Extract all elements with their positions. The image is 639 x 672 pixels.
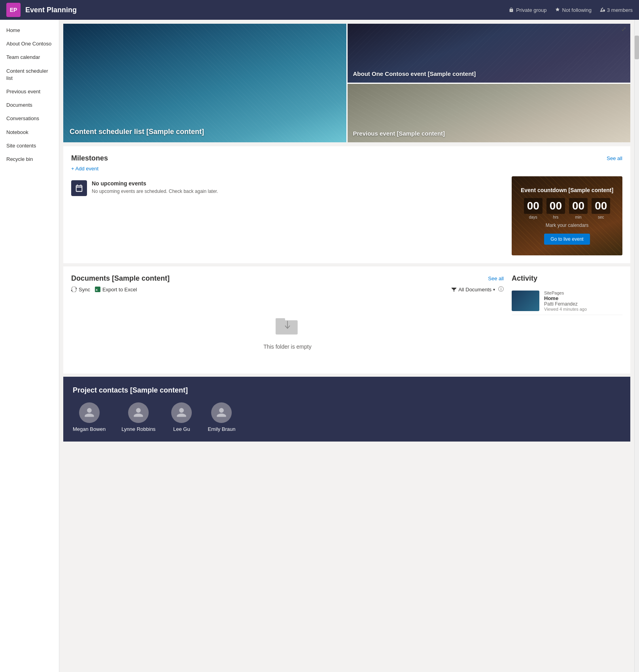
sidebar-item-documents[interactable]: Documents xyxy=(0,98,59,112)
sidebar-item-notebook[interactable]: Notebook xyxy=(0,126,59,139)
filter-icon xyxy=(451,287,457,292)
contact-megan[interactable]: Megan Bowen xyxy=(73,402,106,432)
all-docs-dropdown[interactable]: All Documents ▾ xyxy=(451,287,495,293)
milestones-layout: No upcoming events No upcoming events ar… xyxy=(71,176,622,255)
sidebar-item-site-contents[interactable]: Site contents xyxy=(0,139,59,153)
sidebar-item-previous-event[interactable]: Previous event xyxy=(0,85,59,98)
svg-rect-3 xyxy=(276,318,285,322)
milestones-see-all[interactable]: See all xyxy=(607,155,622,161)
contact-emily[interactable]: Emily Braun xyxy=(208,402,235,432)
contact-avatar-megan xyxy=(79,402,100,423)
documents-section: Documents [Sample content] See all Sync xyxy=(63,266,630,374)
sidebar-item-about[interactable]: About One Contoso xyxy=(0,37,59,51)
go-live-button[interactable]: Go to live event xyxy=(544,234,590,245)
add-event-button[interactable]: + Add event xyxy=(71,166,622,172)
hero-bottom-right[interactable]: Previous event [Sample content] xyxy=(348,84,631,143)
contact-name-emily: Emily Braun xyxy=(208,426,235,432)
milestones-section: Milestones See all + Add event No upcomi… xyxy=(63,146,630,263)
no-events-text: No upcoming events No upcoming events ar… xyxy=(92,180,218,195)
contact-lynne[interactable]: Lynne Robbins xyxy=(121,402,155,432)
footer-title: Project contacts [Sample content] xyxy=(73,386,621,395)
contact-name-lee: Lee Gu xyxy=(173,426,190,432)
app-title: Event Planning xyxy=(25,6,509,14)
svg-text:X: X xyxy=(96,288,98,292)
person-icon xyxy=(133,407,144,418)
hero-top-right[interactable]: About One Contoso event [Sample content] xyxy=(348,24,631,83)
contact-name-megan: Megan Bowen xyxy=(73,426,106,432)
footer-section: Project contacts [Sample content] Megan … xyxy=(63,377,630,442)
documents-panel: Documents [Sample content] See all Sync xyxy=(71,274,504,366)
countdown-numbers: 00 days 00 hrs 00 min xyxy=(521,198,613,219)
excel-icon: X xyxy=(95,287,100,292)
app-logo: EP xyxy=(6,3,21,17)
scrollbar-track[interactable] xyxy=(634,20,639,672)
documents-activity-layout: Documents [Sample content] See all Sync xyxy=(71,274,622,366)
hero-left-caption: Content scheduler list [Sample content] xyxy=(70,128,204,136)
event-countdown-card: Event countdown [Sample content] 00 days… xyxy=(512,176,622,255)
activity-time: Viewed 4 minutes ago xyxy=(544,307,622,311)
countdown-min: 00 min xyxy=(569,198,588,219)
contacts-grid: Megan Bowen Lynne Robbins Lee Gu xyxy=(73,402,621,432)
activity-item[interactable]: SitePages Home Patti Fernandez Viewed 4 … xyxy=(512,287,622,315)
contact-lee[interactable]: Lee Gu xyxy=(171,402,192,432)
documents-header: Documents [Sample content] See all xyxy=(71,274,504,283)
sidebar-item-content-scheduler[interactable]: Content scheduler list xyxy=(0,64,59,85)
members-label[interactable]: 3 members xyxy=(599,7,633,13)
header-meta: Private group Not following 3 members xyxy=(509,7,633,13)
chevron-icon: ▾ xyxy=(493,287,495,292)
sidebar-item-recycle-bin[interactable]: Recycle bin xyxy=(0,153,59,166)
sync-button[interactable]: Sync xyxy=(71,287,90,293)
app-header: EP Event Planning Private group Not foll… xyxy=(0,0,639,20)
documents-title: Documents [Sample content] xyxy=(71,274,170,283)
documents-see-all[interactable]: See all xyxy=(488,276,504,281)
people-icon xyxy=(599,7,605,13)
countdown-title: Event countdown [Sample content] xyxy=(521,187,613,193)
hero-top-right-inner: About One Contoso event [Sample content] xyxy=(348,24,631,83)
sidebar-item-conversations[interactable]: Conversations xyxy=(0,112,59,125)
docs-toolbar: Sync X Export to Excel xyxy=(71,286,504,293)
milestones-header: Milestones See all xyxy=(71,154,622,162)
activity-user: Patti Fernandez xyxy=(544,301,622,307)
activity-path: SitePages xyxy=(544,291,622,295)
lock-icon xyxy=(509,7,514,13)
private-group-label: Private group xyxy=(509,7,546,13)
empty-folder-icon xyxy=(274,313,301,337)
countdown-hrs: 00 hrs xyxy=(546,198,565,219)
star-icon xyxy=(555,7,560,13)
sidebar: Home About One Contoso Team calendar Con… xyxy=(0,20,59,672)
expand-icon[interactable]: ⤢ xyxy=(621,25,626,33)
docs-toolbar-right: All Documents ▾ ⓘ xyxy=(451,286,504,293)
countdown-sec: 00 sec xyxy=(592,198,610,219)
milestones-title: Milestones xyxy=(71,154,108,162)
calendar-icon xyxy=(75,184,83,193)
info-icon[interactable]: ⓘ xyxy=(498,286,504,293)
calendar-icon-box xyxy=(71,180,87,196)
activity-panel: Activity SitePages Home Patti Fernandez … xyxy=(512,274,622,366)
activity-title: Activity xyxy=(512,274,622,283)
countdown-days: 00 days xyxy=(524,198,543,219)
hero-right: About One Contoso event [Sample content]… xyxy=(348,24,631,142)
hero-bottom-caption: Previous event [Sample content] xyxy=(353,130,445,137)
activity-name: Home xyxy=(544,295,622,301)
hero-left[interactable]: Content scheduler list [Sample content] xyxy=(63,24,346,142)
hero-top-caption: About One Contoso event [Sample content] xyxy=(353,70,476,77)
no-events: No upcoming events No upcoming events ar… xyxy=(71,176,504,255)
sidebar-item-home[interactable]: Home xyxy=(0,24,59,37)
person-icon xyxy=(84,407,95,418)
export-excel-button[interactable]: X Export to Excel xyxy=(95,287,137,293)
mark-calendars-text: Mark your calendars xyxy=(521,223,613,228)
hero-bottom-right-inner: Previous event [Sample content] xyxy=(348,84,631,143)
contact-avatar-lynne xyxy=(128,402,149,423)
contact-avatar-lee xyxy=(171,402,192,423)
main-content: ⤢ Content scheduler list [Sample content… xyxy=(59,20,634,672)
empty-folder-text: This folder is empty xyxy=(263,344,311,350)
person-icon xyxy=(176,407,187,418)
not-following-label[interactable]: Not following xyxy=(555,7,592,13)
countdown-content: Event countdown [Sample content] 00 days… xyxy=(521,187,613,245)
folder-icon-container xyxy=(274,313,301,339)
sidebar-item-calendar[interactable]: Team calendar xyxy=(0,51,59,64)
empty-folder: This folder is empty xyxy=(71,298,504,366)
contact-name-lynne: Lynne Robbins xyxy=(121,426,155,432)
hero-section: Content scheduler list [Sample content] … xyxy=(63,24,630,142)
scrollbar-thumb[interactable] xyxy=(635,36,639,59)
